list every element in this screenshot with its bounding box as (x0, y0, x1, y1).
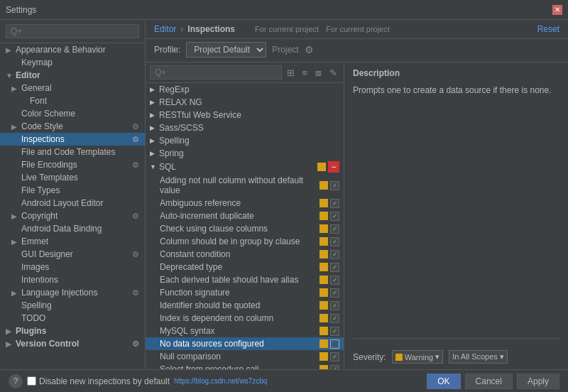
tree-panel: ⊞ ≡ ≣ ✎ ▶ RegExp ▶ RELAX NG (146, 62, 344, 369)
collapse-all-icon[interactable]: ≣ (312, 66, 324, 80)
tri-icon: ▶ (150, 86, 157, 93)
sidebar-item-file-types[interactable]: File Types (0, 184, 145, 197)
sidebar-item-emmet[interactable]: ▶ Emmet (0, 235, 145, 248)
scope-dropdown[interactable]: In All Scopes ▾ (449, 350, 508, 364)
edit-icon[interactable]: ✎ (327, 66, 339, 80)
profile-gear-icon[interactable]: ⚙ (305, 44, 314, 55)
tree-item[interactable]: MySQL syntax ✓ (146, 325, 344, 337)
expand-all-icon[interactable]: ≡ (300, 66, 310, 80)
tree-item[interactable]: Auto-increment duplicate ✓ (146, 209, 344, 222)
sidebar-item-android-layout[interactable]: Android Layout Editor (0, 197, 145, 209)
close-button[interactable]: ✕ (552, 5, 562, 15)
sidebar-item-color-scheme[interactable]: Color Scheme (0, 107, 145, 120)
tree-item-label: Spelling (159, 136, 339, 146)
check-box[interactable]: ✓ (330, 352, 339, 361)
severity-badge (320, 288, 328, 297)
check-box[interactable]: ✓ (330, 199, 339, 208)
check-box[interactable]: ✓ (330, 250, 339, 259)
sidebar-item-todo[interactable]: TODO (0, 312, 145, 325)
expand-icon: ▶ (11, 123, 18, 131)
tree-item[interactable]: Adding not null column without default v… (146, 174, 344, 197)
tree-item[interactable]: Null comparison ✓ (146, 350, 344, 363)
tree-item[interactable]: Deprecated type ✓ (146, 261, 344, 273)
tree-item[interactable]: ▶ RELAX NG (146, 96, 344, 109)
expand-icon: ▶ (11, 212, 18, 220)
sidebar-item-intentions[interactable]: Intentions (0, 273, 145, 286)
tree-item[interactable]: Select from procedure call ✓ (146, 363, 344, 369)
sidebar-item-appearance[interactable]: ▶ Appearance & Behavior (0, 43, 145, 56)
ok-button[interactable]: OK (427, 374, 460, 389)
tree-item-no-datasources[interactable]: No data sources configured (146, 337, 344, 350)
check-box[interactable]: ✓ (330, 237, 339, 246)
cancel-button[interactable]: Cancel (465, 374, 513, 389)
check-box[interactable]: ✓ (330, 181, 339, 190)
tree-item[interactable]: ▶ Sass/SCSS (146, 121, 344, 134)
help-button[interactable]: ? (9, 374, 23, 388)
check-box[interactable]: ✓ (330, 314, 339, 323)
tree-item[interactable]: ▶ RESTful Web Service (146, 109, 344, 121)
sidebar-item-live-templates[interactable]: Live Templates (0, 171, 145, 184)
severity-badge (320, 250, 328, 258)
tree-item-label: Each derived table should have alias (160, 275, 317, 285)
tree-item[interactable]: Check using clause columns ✓ (146, 222, 344, 235)
sidebar-item-gui-designer[interactable]: GUI Designer ⚙ (0, 248, 145, 261)
sidebar-item-file-code-templates[interactable]: File and Code Templates (0, 146, 145, 158)
sidebar-item-label: File Encodings (21, 160, 77, 170)
apply-button[interactable]: Apply (517, 374, 559, 389)
check-box[interactable]: ✓ (330, 276, 339, 285)
severity-badge (320, 199, 328, 207)
check-box[interactable]: ✓ (330, 365, 339, 370)
main-container: ▶ Appearance & Behavior Keymap ▼ Editor … (0, 20, 568, 369)
check-box[interactable] (330, 339, 339, 349)
check-box[interactable]: ✓ (330, 212, 339, 221)
sidebar-item-label: Font (30, 96, 47, 106)
check-box[interactable]: ✓ (330, 224, 339, 234)
severity-dropdown[interactable]: Warning ▾ (392, 350, 444, 364)
tree-item-label: Sass/SCSS (159, 123, 339, 133)
check-box[interactable]: ✓ (330, 301, 339, 310)
tree-item[interactable]: ▶ RegExp (146, 83, 344, 96)
severity-minus-btn[interactable]: − (328, 161, 339, 173)
sidebar-item-label: Android Data Binding (21, 224, 102, 234)
tri-icon: ▶ (150, 111, 157, 119)
check-box[interactable]: ✓ (330, 288, 339, 298)
sidebar-item-label: Live Templates (21, 173, 78, 183)
sidebar-item-code-style[interactable]: ▶ Code Style ⚙ (0, 120, 145, 133)
sidebar-item-keymap[interactable]: Keymap (0, 56, 145, 69)
tree-item[interactable]: Function signature ✓ (146, 286, 344, 299)
sidebar-item-font[interactable]: Font (0, 94, 145, 107)
tree-item[interactable]: Constant condition ✓ (146, 248, 344, 261)
sidebar-search-input[interactable] (6, 24, 139, 38)
check-box[interactable]: ✓ (330, 263, 339, 272)
disable-checkbox-input[interactable] (27, 376, 36, 386)
profile-select[interactable]: Project Default (186, 42, 266, 58)
sidebar-item-plugins[interactable]: ▶ Plugins (0, 325, 145, 337)
sidebar-item-inspections[interactable]: Inspections ⚙ (0, 133, 145, 146)
tree-search-input[interactable] (150, 65, 282, 80)
tree-item[interactable]: Ambiguous reference ✓ (146, 197, 344, 209)
title-bar: Settings ✕ (0, 0, 568, 20)
tree-item[interactable]: Identifier should be quoted ✓ (146, 299, 344, 312)
filter-icon[interactable]: ⊞ (285, 66, 297, 80)
sidebar-item-copyright[interactable]: ▶ Copyright ⚙ (0, 209, 145, 222)
sidebar-item-label: Appearance & Behavior (16, 45, 106, 55)
tree-item-sql[interactable]: ▼ SQL − (146, 160, 344, 174)
breadcrumb-editor[interactable]: Editor (154, 24, 176, 34)
sidebar-item-spelling[interactable]: Spelling (0, 299, 145, 312)
reset-link[interactable]: Reset (537, 24, 559, 34)
sidebar-item-file-encodings[interactable]: File Encodings ⚙ (0, 158, 145, 171)
tree-item[interactable]: Column should be in group by clause ✓ (146, 235, 344, 248)
tree-item[interactable]: ▶ Spring (146, 147, 344, 160)
sidebar-item-editor[interactable]: ▼ Editor (0, 69, 145, 82)
tree-item[interactable]: Index is dependent on column ✓ (146, 312, 344, 325)
sidebar-item-version-control[interactable]: ▶ Version Control ⚙ (0, 337, 145, 350)
sidebar-item-images[interactable]: Images (0, 261, 145, 273)
window-title: Settings (6, 5, 36, 15)
sidebar-item-language-injections[interactable]: ▶ Language Injections ⚙ (0, 286, 145, 299)
check-box[interactable]: ✓ (330, 327, 339, 336)
sidebar-item-general[interactable]: ▶ General (0, 82, 145, 94)
tree-item[interactable]: ▶ Spelling (146, 134, 344, 147)
sidebar-nav: ▶ Appearance & Behavior Keymap ▼ Editor … (0, 43, 145, 350)
tree-item[interactable]: Each derived table should have alias ✓ (146, 273, 344, 286)
sidebar-item-android-data-binding[interactable]: Android Data Binding (0, 222, 145, 235)
